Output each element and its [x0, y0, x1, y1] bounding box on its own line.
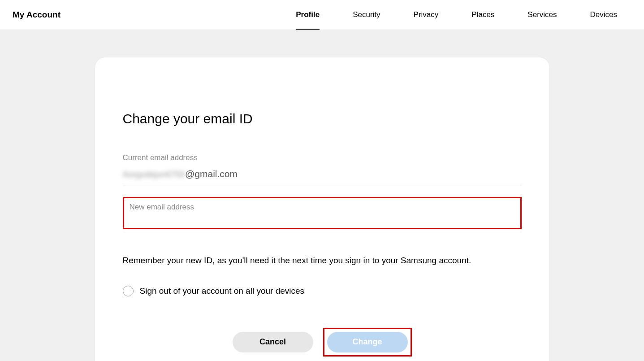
- current-email-label: Current email address: [123, 153, 522, 162]
- button-row: Cancel Change: [123, 328, 522, 357]
- signout-checkbox-row: Sign out of your account on all your dev…: [123, 286, 522, 296]
- top-header: My Account Profile Security Privacy Plac…: [0, 0, 644, 30]
- nav-tabs: Profile Security Privacy Places Services…: [290, 0, 631, 30]
- content-area: Change your email ID Current email addre…: [0, 30, 644, 361]
- tab-security[interactable]: Security: [347, 0, 385, 30]
- card-title: Change your email ID: [123, 111, 522, 126]
- signout-checkbox-label: Sign out of your account on all your dev…: [140, 286, 305, 296]
- current-email-domain: @gmail.com: [185, 169, 238, 179]
- new-email-underline: [123, 232, 522, 232]
- tab-services[interactable]: Services: [522, 0, 562, 30]
- cancel-button[interactable]: Cancel: [233, 332, 313, 352]
- change-email-card: Change your email ID Current email addre…: [95, 57, 550, 361]
- new-email-label: New email address: [130, 203, 515, 212]
- tab-privacy[interactable]: Privacy: [408, 0, 444, 30]
- tab-places[interactable]: Places: [466, 0, 500, 30]
- current-email-value: Aorgudejun6750 @gmail.com: [123, 169, 522, 179]
- change-button-highlight: Change: [323, 328, 412, 357]
- current-email-field: Current email address Aorgudejun6750 @gm…: [123, 153, 522, 186]
- signout-checkbox[interactable]: [123, 286, 134, 296]
- reminder-text: Remember your new ID, as you'll need it …: [123, 255, 522, 267]
- tab-profile[interactable]: Profile: [290, 0, 325, 30]
- tab-devices[interactable]: Devices: [585, 0, 622, 30]
- page-brand-title: My Account: [13, 10, 61, 20]
- change-button[interactable]: Change: [327, 332, 408, 352]
- new-email-field-highlight[interactable]: New email address: [123, 197, 522, 229]
- current-email-local-blurred: Aorgudejun6750: [123, 170, 185, 179]
